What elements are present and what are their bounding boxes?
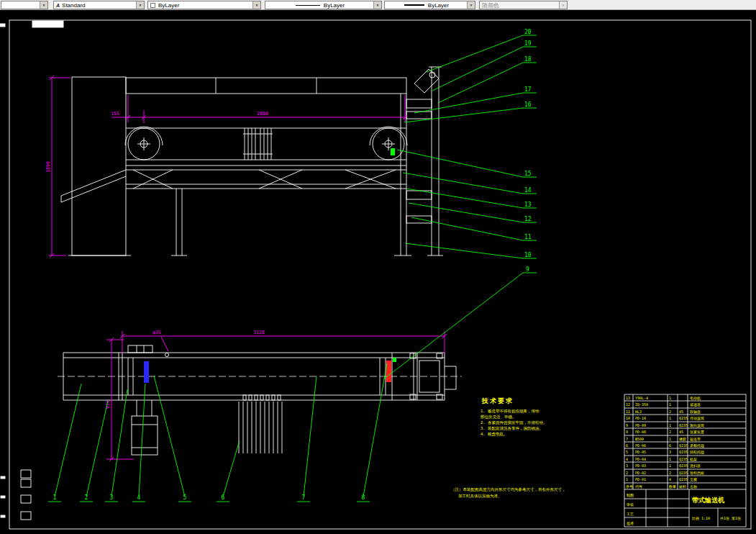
side-view-dimensions: 155 2800 1890 — [45, 76, 407, 258]
callout-number-1: 1 — [53, 494, 57, 501]
bom-parts-list: 13Y90L-41电动机12ZQ-3501减速器11HL3245联轴器10PD-… — [626, 396, 704, 489]
bom-cell: 改向滚筒 — [690, 423, 704, 428]
dim-plan-length: 3128 — [253, 330, 265, 335]
tech-line-4: 3. 装配前清洗各零件，涂防锈油。 — [481, 426, 543, 431]
bom-cell: Q235 — [679, 463, 688, 468]
bom-cell: 2 — [626, 471, 628, 475]
lineweight-dropdown[interactable]: ByLayer ▼ — [384, 1, 475, 9]
linetype-dropdown[interactable]: ByLayer ▼ — [265, 1, 382, 9]
callout-number-2: 2 — [85, 494, 88, 501]
callout-number-7: 7 — [302, 494, 306, 501]
callout-number-4: 4 — [137, 494, 141, 501]
layer-dropdown-arrow-icon[interactable]: ▼ — [40, 1, 47, 9]
bom-cell: 1 — [669, 457, 671, 461]
callout-number-20: 20 — [524, 29, 532, 35]
bom-cell: 6 — [669, 443, 671, 448]
lineweight-sample-icon — [404, 4, 424, 6]
model-space-canvas[interactable]: 155 2800 1890 — [0, 10, 756, 534]
bom-cell: PD-04 — [635, 457, 646, 461]
bom-cell: PD-10 — [635, 416, 646, 420]
bom-cell: 名称 — [690, 484, 697, 489]
tech-line-3: 2. 各紧固件连接应牢固，不得松动。 — [481, 420, 547, 425]
lineweight-value: ByLayer — [428, 2, 449, 9]
bom-cell: 45 — [679, 409, 683, 414]
plotstyle-arrow-icon: ▼ — [559, 1, 567, 9]
bom-cell: 承载托辊 — [690, 443, 704, 448]
dim-side-height: 1890 — [45, 161, 51, 173]
side-view-geometry — [61, 67, 443, 255]
bom-cell: 1 — [669, 423, 671, 427]
bom-cell: Q235 — [679, 443, 688, 448]
bom-cell: 3 — [626, 463, 628, 468]
ui-artifacts — [0, 24, 31, 520]
drawing-title: 带式输送机 — [692, 497, 725, 504]
bom-cell: B500 — [635, 437, 644, 441]
callout-number-8: 8 — [362, 494, 365, 501]
bom-cell: 13 — [626, 396, 630, 400]
callout-number-17: 17 — [524, 86, 532, 93]
bom-cell: 减速器 — [690, 402, 701, 407]
note-line-1: （注）本装配图高度方向外形尺寸均为参考尺寸，所有外形尺寸， — [451, 487, 566, 492]
layer-dropdown[interactable]: ▼ — [1, 1, 48, 9]
callouts-right: 20 19 18 17 16 15 14 13 12 11 10 9 — [524, 29, 532, 273]
callout-number-15: 15 — [524, 171, 532, 177]
callout-number-3: 3 — [110, 494, 114, 501]
plan-view-dimensions: 3128 φ35 920 — [105, 330, 447, 461]
object-properties-toolbar: ▼ A Standard ▼ ByLayer ▼ ByLayer ▼ ByLay… — [0, 0, 756, 10]
leader-lines-bottom — [48, 363, 387, 502]
color-swatch-icon — [150, 3, 155, 8]
callouts-bottom: 1 2 3 4 5 6 7 8 — [53, 494, 365, 501]
bom-cell: Y90L-4 — [635, 396, 648, 400]
callout-number-13: 13 — [524, 202, 532, 208]
callout-number-19: 19 — [524, 40, 532, 47]
bom-cell: 10 — [626, 416, 630, 420]
bom-cell: 数量 — [669, 484, 676, 489]
bom-cell: 代号 — [635, 484, 642, 489]
dim-side-offset: 155 — [111, 111, 119, 117]
color-arrow-icon[interactable]: ▼ — [252, 1, 260, 9]
tech-line-1: 1. 输送带不得有损伤现象，传动 — [481, 409, 539, 414]
linetype-arrow-icon[interactable]: ▼ — [373, 1, 381, 9]
callout-number-11: 11 — [524, 234, 532, 240]
drawing-note-text: （注）本装配图高度方向外形尺寸均为参考尺寸，所有外形尺寸， 加工时具体以实物为准… — [451, 487, 566, 499]
title-block-info: 制图 审核 工艺 批准 带式输送机 比例 1:10 共1张 第1张 — [627, 493, 741, 526]
bom-cell: 1 — [669, 437, 671, 441]
bom-cell: 4 — [669, 477, 671, 481]
bom-cell: 7 — [626, 437, 628, 441]
bom-cell: Q235 — [679, 423, 688, 427]
bom-cell: 电动机 — [690, 396, 701, 400]
bom-cell: 1 — [669, 463, 671, 468]
callout-number-9: 9 — [526, 266, 529, 273]
text-style-arrow-icon[interactable]: ▼ — [136, 1, 144, 9]
bom-cell: 联轴器 — [690, 409, 701, 415]
plotstyle-value: 随颜色 — [482, 1, 499, 9]
info-label-draw: 制图 — [627, 493, 634, 498]
bom-cell: 12 — [626, 402, 630, 407]
color-value: ByLayer — [158, 2, 179, 9]
bom-cell: PD-03 — [635, 463, 646, 468]
bom-cell: 1 — [626, 477, 628, 481]
bom-cell: PD-05 — [635, 450, 646, 454]
bom-cell: 1 — [669, 416, 671, 420]
lineweight-arrow-icon[interactable]: ▼ — [467, 1, 475, 9]
drawing-sheet-count: 共1张 第1张 — [720, 516, 741, 521]
note-line-2: 加工时具体以实物为准。 — [458, 494, 502, 499]
bom-cell: 11 — [626, 409, 630, 414]
tech-requirements-text: 技术要求 1. 输送带不得有损伤现象，传动 部位应灵活、平稳。 2. 各紧固件连… — [481, 397, 547, 437]
bom-cell: Q235 — [679, 477, 688, 481]
info-label-process: 工艺 — [627, 512, 634, 516]
bom-cell: 输送带 — [690, 437, 701, 442]
bom-cell: 材料 — [678, 484, 686, 489]
text-style-value: Standard — [62, 2, 85, 9]
info-label-approve: 批准 — [627, 521, 634, 526]
bom-cell: Q235 — [679, 450, 688, 454]
bom-cell: 6 — [626, 443, 628, 448]
plotstyle-dropdown: 随颜色 ▼ — [479, 1, 568, 9]
text-style-dropdown[interactable]: A Standard ▼ — [53, 1, 145, 9]
drawing-scale: 比例 1:10 — [692, 516, 710, 521]
callout-number-12: 12 — [524, 216, 532, 222]
callout-number-6: 6 — [222, 494, 225, 501]
bom-cell: PD-01 — [635, 477, 646, 481]
callout-number-14: 14 — [524, 187, 532, 194]
color-dropdown[interactable]: ByLayer ▼ — [147, 1, 261, 9]
